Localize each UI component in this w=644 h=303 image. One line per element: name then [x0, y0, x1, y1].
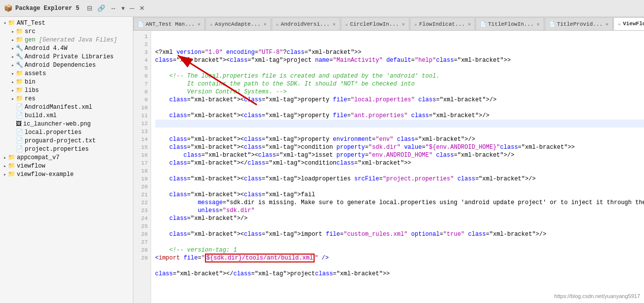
- tree-label-project-properties: project.properties: [25, 146, 89, 153]
- line-number-12: 12: [135, 120, 148, 128]
- line-number-18: 18: [135, 167, 148, 175]
- red-box-highlight: ${sdk.dir}/tools/ant/build.xml: [205, 254, 315, 262]
- line-number-9: 9: [135, 96, 148, 104]
- tree-arrow-gen: ▸: [10, 37, 16, 43]
- sidebar-item-build-xml[interactable]: 📄 build.xml: [0, 111, 133, 120]
- tab-ant-test-man[interactable]: 📄 ANT_Test Man... ✕: [133, 17, 205, 30]
- collapse-button[interactable]: ⊟: [85, 4, 94, 12]
- tree-icon-android-private: 🔧: [16, 53, 23, 60]
- sidebar-item-libs[interactable]: ▸ 📁 libs: [0, 86, 133, 94]
- tab-close-titleflowin[interactable]: ✕: [537, 21, 540, 27]
- line-number-3: 3: [135, 48, 148, 56]
- sidebar-item-android-4.4w[interactable]: ▸ 🔧 Android 4.4W: [0, 44, 133, 52]
- tree-arrow-android-deps: ▸: [10, 62, 16, 68]
- sidebar-item-appcompat[interactable]: ▸ 📁 appcompat_v7: [0, 153, 133, 162]
- code-line-24: class="xml-bracket"><class="xml-tag">imp…: [155, 230, 644, 238]
- tab-titleprovid[interactable]: 📄 TitleProvid... ✕: [545, 17, 613, 30]
- tab-close-titleprovid[interactable]: ✕: [605, 21, 608, 27]
- sidebar-item-project-properties[interactable]: 📄 project.properties: [0, 145, 133, 153]
- tree-arrow-ant-test: ▾: [2, 20, 8, 26]
- code-line-7: class="xml-bracket"><class="xml-tag">pro…: [155, 96, 644, 104]
- tab-label-androidversi: AndroidVersi...: [281, 21, 330, 27]
- tree-icon-res: 📁: [16, 95, 23, 102]
- tab-titleflowin[interactable]: 📄 TitleFlowIn... ✕: [476, 17, 544, 30]
- tree-label-src: src: [25, 28, 36, 35]
- line-number-28: 28: [135, 246, 148, 254]
- sidebar-item-viewflow-example[interactable]: ▸ 📁 viewflow-example: [0, 170, 133, 178]
- code-line-19: class="xml-bracket"><class="xml-tag">fai…: [155, 191, 644, 199]
- tab-flowindicat[interactable]: ☕ FlowIndicat... ✕: [410, 17, 475, 30]
- sync-button[interactable]: ↔: [109, 4, 118, 12]
- minimize-button[interactable]: ─: [128, 4, 136, 12]
- sidebar-item-ic-launcher[interactable]: 🖼 ic_launcher-web.png: [0, 120, 133, 128]
- tab-close-ant-test-man[interactable]: ✕: [198, 21, 201, 27]
- tab-close-asyncadapte[interactable]: ✕: [264, 21, 267, 27]
- code-line-22: class="xml-bracket">/>: [155, 215, 644, 222]
- code-line-3: [155, 64, 644, 72]
- tree-arrow-viewflow: ▸: [2, 163, 8, 169]
- sidebar-item-viewflow[interactable]: ▸ 📁 viewflow: [0, 162, 133, 170]
- code-line-10: [155, 120, 644, 128]
- tab-icon-asyncadapte: ☕: [210, 21, 213, 27]
- code-editor[interactable]: 1234567891011121314151617181920212223242…: [133, 31, 644, 303]
- sidebar-item-src[interactable]: ▸ 📁 src: [0, 27, 133, 36]
- tree-label-res: res: [25, 95, 36, 102]
- sidebar-item-androidmanifest[interactable]: 📄 AndroidManifest.xml: [0, 103, 133, 111]
- tab-icon-circleflow: ☕: [345, 21, 348, 27]
- sidebar-item-assets[interactable]: ▸ 📁 assets: [0, 69, 133, 78]
- sidebar-item-res[interactable]: ▸ 📁 res: [0, 94, 133, 103]
- tab-close-androidversi[interactable]: ✕: [333, 21, 336, 27]
- line-number-20: 20: [135, 183, 148, 191]
- line-number-27: 27: [135, 238, 148, 246]
- tab-viewflow-java[interactable]: ☕ ViewFlow.java ✕: [613, 17, 644, 30]
- line-number-29: 29: [135, 254, 148, 262]
- sidebar-item-android-private[interactable]: ▸ 🔧 Android Private Libraries: [0, 52, 133, 61]
- code-content: <?xml version="1.0" encoding="UTF-8"?cla…: [151, 31, 644, 303]
- tree-icon-src: 📁: [16, 28, 23, 35]
- code-line-9: class="xml-bracket"><class="xml-tag">pro…: [155, 112, 644, 120]
- code-line-20: message="sdk.dir is missing. Make sure t…: [155, 199, 644, 207]
- sidebar-item-local-properties[interactable]: 📄 local.properties: [0, 128, 133, 136]
- sidebar-item-android-deps[interactable]: ▸ 🔧 Android Dependencies: [0, 61, 133, 69]
- dropdown-button[interactable]: ▾: [120, 4, 126, 12]
- code-line-17: class="xml-bracket"><class="xml-tag">loa…: [155, 175, 644, 183]
- sidebar-item-bin[interactable]: ▸ 📁 bin: [0, 78, 133, 86]
- tree-icon-ant-test: 📁: [8, 19, 15, 27]
- line-number-25: 25: [135, 222, 148, 230]
- sidebar-item-proguard[interactable]: 📄 proguard-project.txt: [0, 136, 133, 145]
- link-button[interactable]: 🔗: [96, 4, 107, 12]
- tree-icon-android-4.4w: 🔧: [16, 44, 23, 52]
- line-number-21: 21: [135, 191, 148, 199]
- tab-asyncadapte[interactable]: ☕ AsyncAdapte... ✕: [205, 17, 271, 30]
- tab-close-flowindicat[interactable]: ✕: [468, 21, 471, 27]
- line-number-7: 7: [135, 80, 148, 88]
- sidebar-item-ant-test[interactable]: ▾ 📁 ANT_Test: [0, 19, 133, 27]
- tab-label-viewflow-java: ViewFlow.java: [623, 21, 644, 27]
- tree-icon-androidmanifest: 📄: [16, 103, 23, 111]
- line-number-16: 16: [135, 151, 148, 159]
- code-line-1: <?xml version="1.0" encoding="UTF-8"?cla…: [155, 48, 644, 56]
- line-number-15: 15: [135, 143, 148, 151]
- tree-label-android-private: Android Private Libraries: [25, 53, 114, 60]
- code-line-26: <!-- version-tag: 1: [155, 246, 644, 254]
- code-line-6: Version Control Systems. -->: [155, 88, 644, 96]
- tab-close-circleflow[interactable]: ✕: [402, 21, 405, 27]
- tree-label-android-4.4w: Android 4.4W: [25, 45, 67, 52]
- close-button[interactable]: ✕: [138, 4, 146, 12]
- tab-label-titleprovid: TitleProvid...: [557, 21, 603, 27]
- tree-icon-bin: 📁: [16, 78, 23, 86]
- tree-label-ant-test: ANT_Test: [17, 20, 45, 27]
- tree-label-gen: gen [Generated Java Files]: [25, 37, 117, 43]
- line-number-14: 14: [135, 135, 148, 143]
- sidebar-item-gen[interactable]: ▸ 📁 gen [Generated Java Files]: [0, 36, 133, 44]
- line-number-19: 19: [135, 175, 148, 183]
- tab-androidversi[interactable]: ☕ AndroidVersi... ✕: [272, 17, 340, 30]
- tree-arrow-assets: ▸: [10, 71, 16, 77]
- line-numbers: 1234567891011121314151617181920212223242…: [133, 31, 151, 303]
- tab-circleflow[interactable]: ☕ CircleFlowIn... ✕: [341, 17, 409, 30]
- editor-area: 📄 ANT_Test Man... ✕ ☕ AsyncAdapte... ✕ ☕…: [133, 17, 644, 303]
- tab-label-flowindicat: FlowIndicat...: [419, 21, 465, 27]
- tree-arrow-res: ▸: [10, 96, 16, 102]
- tree-icon-appcompat: 📁: [8, 154, 15, 161]
- line-number-6: 6: [135, 72, 148, 80]
